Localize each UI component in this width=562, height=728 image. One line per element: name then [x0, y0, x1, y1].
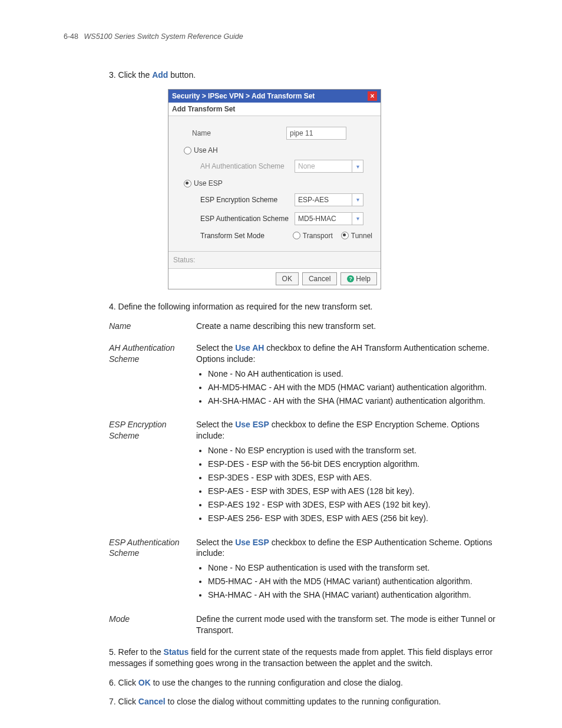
mode-transport-label: Transport [303, 231, 333, 241]
use-ah-radio[interactable]: Use AH [184, 146, 372, 155]
def-mode-desc: Define the current mode used with the tr… [196, 614, 498, 636]
esp-enc-value: ESP-AES [298, 195, 329, 205]
mode-label: Transform Set Mode [192, 231, 293, 241]
ok-button[interactable]: OK [276, 272, 299, 285]
cancel-ref: Cancel [138, 697, 166, 706]
list-item: ESP-AES 192 - ESP with 3DES, ESP with AE… [208, 499, 498, 510]
dialog-subtitle: Add Transform Set [168, 103, 381, 116]
list-item: MD5-HMAC - AH with the MD5 (HMAC variant… [208, 576, 498, 587]
add-transform-set-dialog: Security > IPSec VPN > Add Transform Set… [168, 89, 381, 289]
step3-prefix: 3. Click the [109, 70, 152, 80]
chevron-down-icon: ▾ [352, 194, 363, 206]
dialog-titlebar: Security > IPSec VPN > Add Transform Set… [168, 90, 381, 103]
radio-icon [341, 232, 349, 239]
esp-auth-label: ESP Authentication Scheme [192, 214, 295, 223]
use-esp-ref: Use ESP [235, 538, 269, 547]
list-item: None - No ESP authentication is used wit… [208, 562, 498, 574]
chevron-down-icon: ▾ [352, 160, 363, 172]
def-name-desc: Create a name describing this new transf… [196, 321, 498, 332]
def-ah-term: AH Authentication Scheme [109, 342, 191, 409]
ah-auth-select[interactable]: None ▾ [295, 160, 363, 173]
close-icon[interactable]: × [368, 91, 377, 101]
step-5: 5. Refer to the Status field for the cur… [109, 647, 498, 669]
esp-auth-value: MD5-HMAC [298, 214, 336, 223]
radio-icon [293, 232, 300, 239]
use-esp-ref: Use ESP [235, 420, 269, 429]
list-item: AH-MD5-HMAC - AH with the MD5 (HMAC vari… [208, 382, 498, 393]
help-icon: ? [347, 275, 354, 282]
step-6: 6. Click OK to use the changes to the ru… [109, 677, 498, 689]
list-item: ESP-AES 256- ESP with 3DES, ESP with AES… [208, 513, 498, 524]
def-espenc-desc: Select the Use ESP checkbox to define th… [196, 419, 498, 526]
list-item: None - No AH authentication is used. [208, 368, 498, 380]
list-item: ESP-AES - ESP with 3DES, ESP with AES (1… [208, 486, 498, 497]
def-espenc-term: ESP Encryption Scheme [109, 419, 191, 526]
radio-icon [184, 147, 191, 154]
step-7: 7. Click Cancel to close the dialog with… [109, 696, 498, 707]
list-item: None - No ESP encryption is used with th… [208, 445, 498, 456]
step-3: 3. Click the Add button. [109, 70, 498, 81]
def-ah-desc: Select the Use AH checkbox to define the… [196, 342, 498, 409]
use-esp-label: Use ESP [194, 179, 223, 188]
def-espauth-desc: Select the Use ESP checkbox to define th… [196, 537, 498, 603]
list-item: AH-SHA-HMAC - AH with the SHA (HMAC vari… [208, 396, 498, 407]
esp-auth-select[interactable]: MD5-HMAC ▾ [295, 212, 363, 225]
def-espauth-term: ESP Authentication Scheme [109, 537, 191, 603]
list-item: SHA-HMAC - AH with the SHA (HMAC variant… [208, 589, 498, 601]
step-4: 4. Define the following information as r… [109, 301, 498, 312]
definitions-table: Name Create a name describing this new t… [109, 321, 498, 636]
radio-icon [184, 180, 191, 187]
ah-auth-value: None [298, 162, 315, 171]
guide-title: WS5100 Series Switch System Reference Gu… [84, 32, 243, 41]
step3-suffix: button. [168, 70, 196, 80]
status-row: Status: [168, 251, 381, 269]
list-item: ESP-DES - ESP with the 56-bit DES encryp… [208, 459, 498, 470]
page-header: 6-48 WS5100 Series Switch System Referen… [64, 32, 243, 41]
def-name-term: Name [109, 321, 191, 332]
add-button-ref: Add [152, 70, 168, 80]
page-number: 6-48 [64, 32, 78, 41]
status-label: Status: [173, 256, 195, 264]
dialog-title-text: Security > IPSec VPN > Add Transform Set [172, 91, 315, 101]
cancel-button[interactable]: Cancel [302, 272, 337, 285]
ah-auth-label: AH Authentication Scheme [192, 162, 295, 171]
use-ah-label: Use AH [194, 146, 218, 155]
mode-transport-radio[interactable]: Transport [293, 231, 333, 241]
list-item: ESP-3DES - ESP with 3DES, ESP with AES. [208, 472, 498, 483]
help-button[interactable]: ? Help [340, 272, 377, 285]
esp-enc-label: ESP Encryption Scheme [192, 195, 295, 205]
chevron-down-icon: ▾ [352, 213, 363, 225]
status-ref: Status [164, 647, 189, 657]
use-esp-radio[interactable]: Use ESP [184, 179, 372, 188]
name-label: Name [192, 129, 286, 138]
esp-enc-select[interactable]: ESP-AES ▾ [295, 193, 363, 206]
def-mode-term: Mode [109, 614, 191, 636]
name-input[interactable]: pipe 11 [286, 127, 346, 140]
mode-tunnel-radio[interactable]: Tunnel [341, 231, 372, 241]
ok-ref: OK [138, 678, 151, 687]
use-ah-ref: Use AH [235, 343, 264, 353]
mode-tunnel-label: Tunnel [351, 231, 372, 241]
